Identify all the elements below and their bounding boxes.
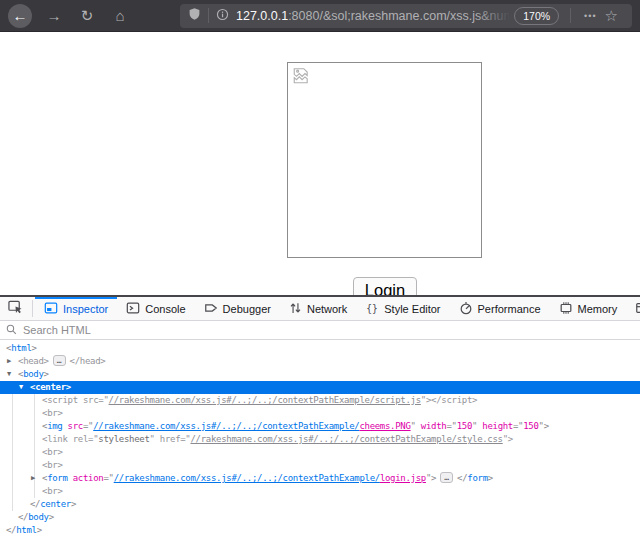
arrow-right-icon: → — [47, 7, 62, 24]
expand-arrow-right-icon[interactable]: ▶ — [7, 355, 11, 368]
page-content: Login — [0, 32, 640, 295]
network-icon — [289, 301, 302, 317]
tab-network[interactable]: Network — [280, 297, 356, 320]
markup-token: =" — [446, 421, 456, 431]
markup-row[interactable]: <br> — [0, 407, 640, 420]
markup-token: br — [47, 486, 57, 496]
expand-arrow-down-icon[interactable]: ▼ — [7, 368, 11, 381]
storage-icon — [635, 301, 640, 317]
markup-token: rel — [68, 434, 88, 444]
expand-badge[interactable]: … — [440, 472, 453, 483]
markup-row[interactable]: ▼<body> — [0, 368, 640, 381]
markup-token: > — [472, 395, 477, 405]
tab-label: Console — [145, 303, 185, 315]
markup-token: center — [35, 382, 66, 392]
tab-performance[interactable]: Performance — [450, 297, 550, 320]
search-input[interactable] — [23, 324, 634, 336]
tab-memory[interactable]: Memory — [550, 297, 627, 320]
markup-token: > — [44, 356, 49, 366]
markup-row[interactable]: </html> — [0, 524, 640, 537]
markup-token: height — [477, 421, 513, 431]
markup-token: br — [47, 460, 57, 470]
markup-token: br — [47, 447, 57, 457]
login-button[interactable]: Login — [353, 277, 417, 295]
markup-row[interactable]: <img src="//rakeshmane.com/xss.js#/..;/.… — [0, 420, 640, 433]
browser-chrome: ← → ↻ ⌂ 127.0.0.1:8080/&sol;rakeshmane.c… — [0, 0, 640, 32]
expand-badge[interactable]: … — [53, 355, 66, 366]
markup-row[interactable]: <br> — [0, 446, 640, 459]
node-link[interactable]: cheems.PNG — [359, 421, 410, 431]
element-picker-button[interactable] — [0, 297, 30, 320]
markup-token: > — [44, 369, 49, 379]
markup-token: > — [508, 434, 513, 444]
markup-token: src — [78, 395, 98, 405]
markup-token: =" — [83, 421, 93, 431]
node-link[interactable]: login.jsp — [380, 473, 426, 483]
tab-style-editor[interactable]: {}Style Editor — [356, 297, 449, 320]
markup-token: =" — [98, 395, 108, 405]
markup-token: head — [23, 356, 43, 366]
performance-icon — [459, 301, 473, 317]
tab-storage[interactable]: Storage — [626, 297, 640, 320]
url-bar[interactable]: 127.0.0.1:8080/&sol;rakeshmane.com/xss.j… — [180, 4, 632, 28]
node-link[interactable]: //rakeshmane.com/xss.js#/..;/..;/context… — [109, 395, 421, 405]
markup-token: </ — [457, 473, 467, 483]
markup-token: action — [68, 473, 104, 483]
markup-row[interactable]: <link rel="stylesheet" href="//rakeshman… — [0, 433, 640, 446]
inspector-icon — [44, 301, 58, 317]
markup-row[interactable]: ▶<form action="//rakeshmane.com/xss.js#/… — [0, 472, 640, 485]
reload-icon: ↻ — [81, 7, 94, 25]
page-actions-button[interactable]: ••• — [578, 11, 602, 21]
markup-token: img — [47, 421, 62, 431]
markup-token: 150 — [523, 421, 538, 431]
forward-button[interactable]: → — [41, 3, 67, 29]
expand-arrow-right-icon[interactable]: ▶ — [31, 472, 35, 485]
markup-row[interactable]: </center> — [0, 498, 640, 511]
markup-token: body — [28, 512, 48, 522]
markup-row[interactable]: <html> — [0, 342, 640, 355]
devtools-toolbar: InspectorConsoleDebuggerNetwork{}Style E… — [0, 297, 640, 321]
zoom-level-badge[interactable]: 170% — [514, 7, 559, 25]
urlbar-separator — [570, 8, 571, 23]
star-icon: ☆ — [605, 7, 618, 24]
tab-debugger[interactable]: Debugger — [195, 297, 280, 320]
expand-arrow-down-icon[interactable]: ▼ — [19, 381, 23, 394]
style-editor-icon: {} — [365, 301, 379, 317]
search-icon — [6, 321, 17, 339]
tab-label: Style Editor — [384, 303, 440, 315]
markup-token: script — [47, 395, 78, 405]
info-icon[interactable] — [216, 7, 229, 25]
node-link[interactable]: //rakeshmane.com/xss.js#/..;/..;/context… — [114, 473, 380, 483]
svg-text:{}: {} — [366, 302, 378, 313]
markup-token: html — [16, 525, 36, 535]
node-link[interactable]: //rakeshmane.com/xss.js#/..;/..;/context… — [93, 421, 359, 431]
markup-token: form — [47, 473, 67, 483]
tab-inspector[interactable]: Inspector — [35, 297, 117, 320]
shield-icon[interactable] — [188, 7, 201, 25]
markup-token: > — [57, 447, 62, 457]
markup-token: </ — [431, 395, 441, 405]
node-link[interactable]: //rakeshmane.com/xss.js#/..;/..;/context… — [191, 434, 503, 444]
reload-button[interactable]: ↻ — [74, 3, 100, 29]
tab-console[interactable]: Console — [117, 297, 194, 320]
url-text[interactable]: 127.0.0.1:8080/&sol;rakeshmane.com/xss.j… — [236, 9, 510, 23]
markup-row[interactable]: <script src="//rakeshmane.com/xss.js#/..… — [0, 394, 640, 407]
tab-label: Debugger — [223, 303, 271, 315]
markup-token: =" — [513, 421, 523, 431]
markup-token: href — [155, 434, 181, 444]
markup-token: > — [71, 499, 76, 509]
back-button[interactable]: ← — [8, 4, 32, 28]
markup-token: > — [57, 486, 62, 496]
markup-row[interactable]: ▼<center> — [0, 381, 640, 394]
arrow-left-icon: ← — [13, 7, 28, 24]
home-button[interactable]: ⌂ — [107, 3, 133, 29]
url-path: :8080/&sol;rakeshmane.com/xss.js&num;/..… — [288, 9, 510, 23]
markup-token: src — [62, 421, 82, 431]
broken-image-icon — [288, 75, 314, 92]
markup-row[interactable]: <br> — [0, 459, 640, 472]
markup-token: </ — [30, 499, 40, 509]
markup-row[interactable]: </body> — [0, 511, 640, 524]
bookmark-button[interactable]: ☆ — [603, 7, 624, 25]
markup-row[interactable]: ▶<head>…</head> — [0, 355, 640, 368]
markup-row[interactable]: <br> — [0, 485, 640, 498]
